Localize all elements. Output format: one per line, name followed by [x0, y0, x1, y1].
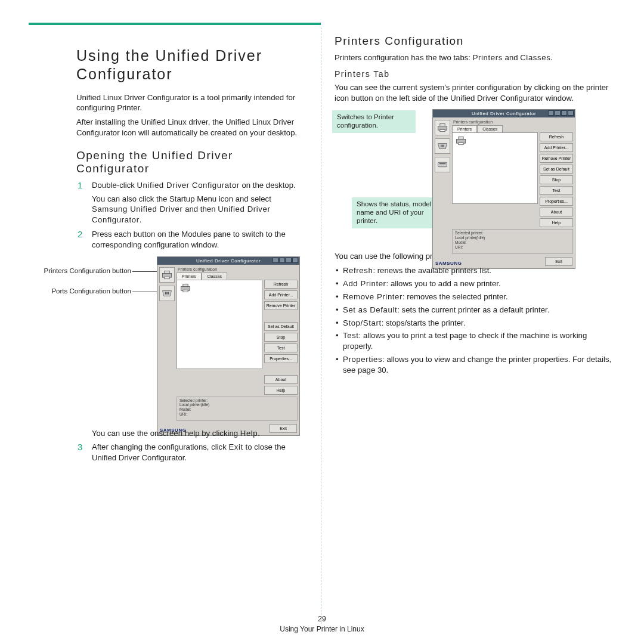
remove-printer-button[interactable]: Remove Printer	[540, 154, 573, 163]
ports-config-button[interactable]	[435, 138, 450, 154]
refresh-button[interactable]: Refresh	[264, 280, 298, 289]
page-caption: Using Your Printer in Linux	[0, 624, 644, 634]
svg-rect-15	[438, 163, 447, 168]
title-bar: Unified Driver Configurator	[433, 110, 575, 117]
subsection-heading: Opening the Unified Driver Configurator	[76, 149, 308, 175]
list-item: Refresh: renews the available printers l…	[335, 265, 614, 276]
about-button[interactable]: About	[264, 375, 298, 384]
printers-listbox[interactable]	[177, 280, 262, 369]
step-2-note: You can use the onscreen help by clickin…	[29, 428, 308, 439]
list-item: Test: allows you to print a test page to…	[335, 330, 614, 352]
figure-configurator-right: Switches to Printer configuration. Shows…	[355, 109, 614, 246]
app-window: Unified Driver Configurator Printers con…	[157, 256, 300, 436]
printer-icon	[179, 283, 191, 293]
scanners-config-button[interactable]	[435, 157, 450, 172]
help-button[interactable]: Help	[264, 386, 298, 395]
help-button[interactable]: Help	[540, 218, 573, 227]
set-default-button[interactable]: Set as Default	[264, 322, 298, 331]
tab-printers[interactable]: Printers	[452, 125, 477, 132]
step-number: 2	[78, 228, 82, 240]
svg-rect-18	[459, 137, 463, 140]
step-number: 3	[78, 441, 82, 453]
callout-printers-config-button: Printers Configuration button	[36, 267, 131, 274]
svg-rect-16	[439, 163, 446, 165]
stop-button[interactable]: Stop	[540, 175, 573, 184]
svg-rect-11	[440, 130, 445, 132]
window-controls[interactable]	[548, 110, 574, 116]
stop-button[interactable]: Stop	[264, 333, 298, 342]
section-heading: Using the Unified Driver Configurator	[76, 47, 308, 84]
callout-printer-status: Shows the status, model name and URI of …	[352, 197, 441, 228]
printers-config-button[interactable]	[435, 120, 450, 135]
svg-rect-4	[166, 292, 168, 294]
svg-rect-7	[183, 284, 188, 286]
figure-configurator-left: Printers Configuration button Ports Conf…	[29, 256, 308, 423]
page-footer: 29 Using Your Printer in Linux	[0, 614, 644, 634]
list-item: Remove Printer: removes the selected pri…	[335, 292, 614, 302]
section-heading-right: Printers Configuration	[335, 35, 614, 48]
tab-printers[interactable]: Printers	[177, 273, 202, 280]
intro-paragraph-2: After installing the Unified Linux drive…	[76, 117, 308, 138]
svg-rect-13	[442, 145, 443, 147]
step-2: 2 Press each button on the Modules pane …	[29, 229, 308, 250]
term-udc: Unified Driver Configurator	[137, 181, 240, 190]
exit-button[interactable]: Exit	[545, 257, 572, 266]
selected-printer-panel: Selected printer: Local printer(idle) Mo…	[452, 229, 573, 253]
test-button[interactable]: Test	[264, 343, 298, 352]
sidebar	[435, 119, 450, 253]
printer-icon	[455, 135, 467, 146]
properties-button[interactable]: Properties...	[264, 354, 298, 363]
add-printer-button[interactable]: Add Printer...	[540, 143, 573, 152]
svg-rect-14	[444, 145, 445, 147]
step-number: 1	[78, 179, 82, 191]
printers-tab-heading: Printers Tab	[335, 69, 614, 79]
control-buttons-list: Refresh: renews the available printers l…	[335, 265, 614, 375]
svg-rect-8	[183, 290, 188, 292]
sidebar	[159, 267, 175, 421]
right-column: Printers Configuration Printers configur…	[321, 35, 614, 624]
accent-bar	[29, 23, 321, 25]
callout-ports-config-button: Ports Configuration button	[36, 287, 131, 295]
properties-button[interactable]: Properties...	[540, 197, 573, 206]
list-item: Stop/Start: stops/starts the printer.	[335, 318, 614, 329]
printers-listbox[interactable]	[452, 132, 538, 204]
left-column: Using the Unified Driver Configurator Un…	[29, 35, 321, 624]
printer-icon	[436, 122, 448, 133]
intro-right: Printers configuration has the two tabs:…	[335, 52, 614, 63]
svg-rect-5	[168, 292, 169, 294]
port-icon	[162, 289, 172, 298]
callout-switch-printer: Switches to Printer configuration.	[332, 110, 416, 133]
step-1: 1 Double-click Unified Driver Configurat…	[29, 180, 308, 225]
about-button[interactable]: About	[540, 208, 573, 216]
list-item: Add Printer: allows you to add a new pri…	[335, 278, 614, 289]
page-number: 29	[0, 614, 644, 624]
set-default-button[interactable]: Set as Default	[540, 165, 573, 174]
step-3: 3 After changing the configurations, cli…	[29, 442, 308, 463]
remove-printer-button[interactable]: Remove Printer	[264, 301, 298, 310]
selected-printer-panel: Selected printer: Local printer(idle) Mo…	[177, 397, 298, 421]
group-label: Printers configuration	[452, 119, 573, 125]
intro-paragraph-1: Unified Linux Driver Configurator is a t…	[76, 92, 308, 114]
svg-rect-19	[459, 143, 463, 145]
scanner-icon	[437, 161, 448, 168]
tab-classes[interactable]: Classes	[477, 125, 503, 132]
port-icon	[437, 142, 448, 150]
ports-config-button[interactable]	[159, 286, 175, 301]
svg-rect-3	[165, 292, 166, 294]
test-button[interactable]: Test	[540, 186, 573, 195]
svg-rect-2	[165, 277, 169, 278]
title-bar: Unified Driver Configurator	[157, 257, 299, 265]
svg-rect-1	[165, 271, 169, 273]
printer-icon	[161, 270, 173, 280]
svg-rect-12	[441, 145, 442, 147]
window-controls[interactable]	[273, 258, 298, 263]
refresh-button[interactable]: Refresh	[540, 132, 573, 141]
group-label: Printers configuration	[177, 267, 298, 272]
tab-classes[interactable]: Classes	[202, 273, 227, 280]
printers-config-button[interactable]	[159, 267, 175, 283]
app-window: Unified Driver Configurator	[432, 109, 575, 268]
printers-tab-desc: You can see the current system's printer…	[335, 82, 614, 104]
add-printer-button[interactable]: Add Printer...	[264, 290, 298, 299]
list-item: Set as Default: sets the current printer…	[335, 305, 614, 315]
svg-rect-10	[440, 124, 445, 126]
